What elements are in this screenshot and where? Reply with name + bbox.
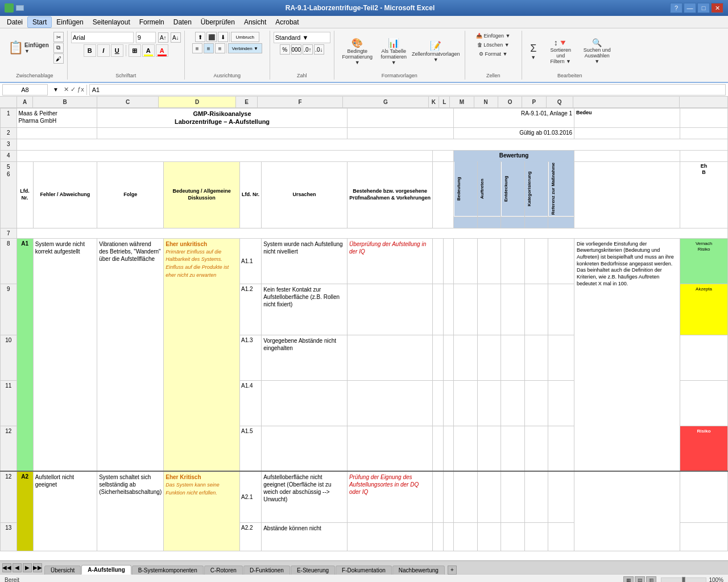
summe-button[interactable]: Σ ▼ (526, 41, 541, 61)
menu-einfuegen[interactable]: Einfügen (52, 17, 88, 27)
fill-color-button[interactable]: A (142, 44, 155, 57)
col-header-R[interactable] (573, 97, 680, 107)
zoom-slider[interactable] (661, 577, 706, 583)
tab-b-systemkomponenten[interactable]: B-Systemkomponenten (132, 566, 204, 575)
underline-button[interactable]: U (111, 44, 123, 57)
minimize-button[interactable]: — (684, 3, 696, 13)
cell-F-A2-2[interactable]: Abstände können nicht (262, 522, 348, 551)
normal-view-button[interactable]: ▦ (623, 576, 634, 583)
restore-button[interactable]: □ (697, 3, 710, 13)
menu-ansicht[interactable]: Ansicht (239, 17, 271, 27)
menu-seitenlayout[interactable]: Seitenlayout (88, 17, 135, 27)
increase-font-button[interactable]: A↑ (158, 32, 168, 43)
italic-button[interactable]: I (97, 44, 110, 57)
row-num-2[interactable]: 2 (1, 127, 17, 139)
cell-F-A1-1[interactable]: System wurde nach Aufstellung nicht nive… (262, 238, 348, 284)
col-header-D[interactable]: D (159, 97, 236, 107)
col-header-N[interactable]: N (474, 97, 498, 107)
row-num-13[interactable]: 13 (1, 522, 17, 551)
cell-A1[interactable]: Maas & Peither Pharma GmbH (16, 109, 97, 128)
zellenformatvorlagen-button[interactable]: 📝 Zellenformatvorlagen ▼ (413, 39, 458, 64)
cell-A-A1[interactable]: A1 (16, 238, 33, 471)
quick-access-icon[interactable] (16, 5, 24, 11)
tab-next-button[interactable]: ▶ (23, 563, 32, 572)
col-header-F[interactable]: F (258, 97, 343, 107)
align-middle-button[interactable]: ⬛ (206, 32, 217, 42)
tab-a-aufstellung[interactable]: A-Aufstellung (81, 565, 131, 575)
thousands-button[interactable]: 000 (291, 44, 301, 55)
increase-decimal-button[interactable]: .0↑ (303, 44, 313, 55)
row-num-9[interactable]: 9 (1, 284, 17, 335)
add-sheet-button[interactable]: + (448, 566, 457, 575)
wrap-text-button[interactable]: Umbruch (231, 32, 259, 42)
bedingte-formatierung-button[interactable]: 🎨 Bedingte Formatierung ▼ (340, 36, 374, 66)
menu-formeln[interactable]: Formeln (135, 17, 169, 27)
col-header-P[interactable]: P (522, 97, 546, 107)
col-header-K[interactable]: K (429, 97, 440, 107)
expand-formula-button[interactable]: ▼ (50, 84, 61, 95)
align-top-button[interactable]: ⬆ (195, 32, 205, 42)
row-num-1[interactable]: 1 (1, 109, 17, 128)
cell-F-A1-3[interactable]: Vorgegebene Abstände nicht eingehalten (262, 335, 348, 380)
einfuegen-button[interactable]: 📋 Einfügen ▼ (6, 40, 51, 55)
table-row[interactable]: 8 A1 System wurde nicht korrekt aufgeste… (1, 238, 728, 284)
merge-button[interactable]: Verbinden ▼ (228, 43, 262, 53)
cell-E-A1-4[interactable]: A1.4 (239, 380, 261, 426)
cell-E-A1-1[interactable]: A1.1 (239, 238, 261, 284)
tab-first-button[interactable]: ◀◀ (2, 563, 11, 572)
tab-uebersicht[interactable]: Übersicht (44, 566, 81, 575)
col-header-E[interactable]: E (236, 97, 258, 107)
cell-B-aufstellort[interactable]: Aufstellort nicht geeignet (33, 471, 97, 551)
copy-button[interactable]: ⧉ (53, 43, 64, 53)
row-num-3[interactable]: 3 (1, 139, 17, 150)
cell-D-kritisch[interactable]: Eher Kritisch Das System kann seine Funk… (164, 471, 240, 551)
page-break-button[interactable]: ▥ (646, 576, 656, 583)
zoom-slider-handle[interactable] (682, 577, 685, 583)
col-header-M[interactable]: M (450, 97, 474, 107)
col-header-G[interactable]: G (343, 97, 428, 107)
cell-C-vibrationen[interactable]: Vibrationen während des Betriebs, "Wande… (97, 238, 164, 471)
decrease-decimal-button[interactable]: .0↓ (314, 44, 324, 55)
border-button[interactable]: ⊞ (129, 44, 141, 57)
col-header-B[interactable]: B (33, 97, 97, 107)
menu-ueberprufen[interactable]: Überprüfen (196, 17, 239, 27)
row-num-4[interactable]: 4 (1, 150, 17, 161)
col-header-O[interactable]: O (498, 97, 522, 107)
cell-E-A1-5[interactable]: A1.5 (239, 426, 261, 471)
cell-E-A1-2[interactable]: A1.2 (239, 284, 261, 335)
align-bottom-button[interactable]: ⬇ (218, 32, 228, 42)
row-num-7[interactable]: 7 (1, 228, 17, 238)
font-name-box[interactable]: Arial (71, 32, 134, 43)
row-num-10[interactable]: 10 (1, 335, 17, 380)
cell-C-schaltet[interactable]: System schaltet sich selbständig ab (Sic… (97, 471, 164, 551)
help-button[interactable]: ? (670, 3, 682, 13)
percent-button[interactable]: % (280, 44, 290, 55)
cell-valid[interactable]: Gültig ab 01.03.2016 (454, 127, 574, 139)
tab-f-dokumentation[interactable]: F-Dokumentation (336, 566, 392, 575)
col-header-L[interactable]: L (439, 97, 450, 107)
menu-daten[interactable]: Daten (169, 17, 196, 27)
einfuegen-zellen-button[interactable]: 📥 Einfügen ▼ (474, 32, 512, 40)
tab-prev-button[interactable]: ◀ (13, 563, 22, 572)
col-header-S[interactable] (680, 97, 728, 107)
font-size-box[interactable]: 9 (136, 32, 156, 43)
row-num-12[interactable]: 12 (1, 426, 17, 471)
cut-button[interactable]: ✂ (53, 32, 64, 42)
menu-datei[interactable]: Datei (2, 17, 27, 27)
font-color-button[interactable]: A (156, 44, 168, 57)
loeschen-zellen-button[interactable]: 🗑 Löschen ▼ (475, 41, 512, 49)
tab-d-funktionen[interactable]: D-Funktionen (243, 566, 290, 575)
als-tabelle-button[interactable]: 📊 Als Tabelle formatieren ▼ (377, 36, 411, 66)
menu-start[interactable]: Start (27, 16, 52, 28)
suchen-button[interactable]: 🔍 Suchen und Auswählen ▼ (580, 37, 614, 65)
bold-button[interactable]: B (84, 44, 96, 57)
cell-reference-input[interactable]: A8 (2, 84, 48, 95)
col-header-Q[interactable]: Q (547, 97, 573, 107)
format-painter-button[interactable]: 🖌 (53, 53, 64, 64)
cell-F-A1-2[interactable]: Kein fester Kontakt zur Aufstelloberfläc… (262, 284, 348, 335)
tab-c-rotoren[interactable]: C-Rotoren (204, 566, 243, 575)
cell-A-A2[interactable]: A2 (16, 471, 33, 551)
tab-nachbewertung[interactable]: Nachbewertung (392, 566, 445, 575)
formula-input[interactable]: A1 (89, 84, 726, 95)
row-num-12b[interactable]: 12 (1, 471, 17, 522)
